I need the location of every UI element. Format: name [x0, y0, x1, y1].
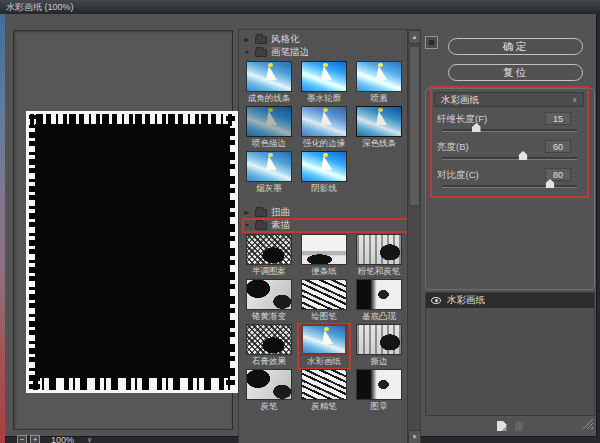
filter-thumbnail-label: 喷溅 — [371, 93, 388, 105]
preview-ink-block — [35, 124, 230, 378]
category-distort[interactable]: ▶扭曲 — [243, 206, 407, 219]
slider-list: 纤维长度(F)15亮度(B)60对比度(C)80 — [434, 113, 592, 197]
filter-list-panel: ▶风格化▼画笔描边成角的线条墨水轮廓喷溅喷色描边强化的边缘深色线条烟灰墨阴影线▶… — [238, 29, 421, 443]
filter-item-深色线条[interactable]: 深色线条 — [353, 106, 405, 151]
category-label: 风格化 — [271, 33, 300, 46]
expand-arrow-icon[interactable]: ▶ — [243, 206, 251, 219]
slider-value-box[interactable]: 80 — [545, 168, 571, 181]
filter-item-绘图笔[interactable]: 绘图笔 — [298, 279, 350, 324]
reset-button[interactable]: 复位 — [448, 64, 583, 81]
window-title: 水彩画纸 (100%) — [0, 0, 600, 14]
filter-thumbnail[interactable] — [301, 369, 347, 400]
filter-thumbnail[interactable] — [301, 279, 347, 310]
filter-thumbnail[interactable] — [301, 234, 347, 265]
filter-category-list: ▶风格化▼画笔描边成角的线条墨水轮廓喷溅喷色描边强化的边缘深色线条烟灰墨阴影线▶… — [239, 30, 407, 443]
filter-item-石膏效果[interactable]: 石膏效果 — [243, 324, 295, 369]
filter-item-半调图案[interactable]: 半调图案 — [243, 234, 295, 279]
chevron-down-icon: ∨ — [572, 93, 577, 106]
zoom-dropdown-chevron-icon[interactable]: ∨ — [87, 436, 92, 443]
filter-thumbnail[interactable] — [356, 369, 402, 400]
new-effect-layer-icon[interactable] — [497, 421, 507, 431]
filter-thumbnail-label: 成角的线条 — [248, 93, 291, 105]
filter-thumbnail[interactable] — [246, 324, 292, 355]
category-label: 画笔描边 — [271, 46, 309, 59]
scroll-up-icon[interactable]: ▲ — [408, 30, 421, 44]
zoom-level-value[interactable]: 100% — [51, 435, 74, 443]
slider-value-box[interactable]: 60 — [545, 140, 571, 153]
filter-thumbnail[interactable] — [356, 106, 402, 137]
filter-item-墨水轮廓[interactable]: 墨水轮廓 — [298, 61, 350, 106]
slider-fiber-length: 纤维长度(F)15 — [434, 113, 592, 141]
filter-thumbnail-label: 绘图笔 — [311, 311, 337, 323]
collapse-panel-button[interactable] — [425, 36, 438, 49]
category-sketch[interactable]: ▼素描 — [243, 219, 407, 232]
expand-arrow-icon[interactable]: ▶ — [243, 33, 251, 46]
filter-thumbnail[interactable] — [356, 279, 402, 310]
category-stylize[interactable]: ▶风格化 — [243, 33, 407, 46]
filter-thumbnail-label: 炭精笔 — [311, 401, 337, 413]
filter-item-阴影线[interactable]: 阴影线 — [298, 151, 350, 196]
collapse-arrow-icon[interactable]: ▼ — [243, 46, 251, 59]
filter-item-便条纸[interactable]: 便条纸 — [298, 234, 350, 279]
filter-preview-area[interactable] — [13, 30, 233, 430]
effect-layer-row[interactable]: 水彩画纸 — [426, 293, 594, 308]
filter-thumbnail-label: 撕边 — [371, 356, 388, 368]
zoom-in-button[interactable]: + — [30, 435, 40, 443]
delete-effect-layer-icon[interactable] — [515, 421, 524, 431]
filter-thumbnail-label: 铬黄渐变 — [252, 311, 286, 323]
filter-item-粉笔和炭笔[interactable]: 粉笔和炭笔 — [353, 234, 405, 279]
category-label: 素描 — [271, 219, 290, 232]
filter-thumbnail[interactable] — [301, 151, 347, 182]
filter-item-成角的线条[interactable]: 成角的线条 — [243, 61, 295, 106]
folder-icon — [255, 49, 267, 57]
filter-item-基底凸现[interactable]: 基底凸现 — [353, 279, 405, 324]
filter-thumbnail[interactable] — [301, 106, 347, 137]
slider-handle[interactable] — [519, 151, 528, 160]
filter-thumbnail-label: 石膏效果 — [252, 356, 286, 368]
slider-value-box[interactable]: 15 — [545, 112, 571, 125]
filter-item-图章[interactable]: 图章 — [353, 369, 405, 414]
filter-thumbnail-label: 喷色描边 — [252, 138, 286, 150]
filter-thumbnail-label: 半调图案 — [252, 266, 286, 278]
slider-brightness: 亮度(B)60 — [434, 141, 592, 169]
filter-thumbnail[interactable] — [246, 106, 292, 137]
filter-thumbnail[interactable] — [301, 61, 347, 92]
filter-thumbnail[interactable] — [301, 324, 347, 355]
filter-item-喷色描边[interactable]: 喷色描边 — [243, 106, 295, 151]
filter-item-烟灰墨[interactable]: 烟灰墨 — [243, 151, 295, 196]
filter-item-喷溅[interactable]: 喷溅 — [353, 61, 405, 106]
filter-thumbnail[interactable] — [246, 279, 292, 310]
scroll-down-icon[interactable]: ▼ — [408, 430, 421, 443]
filter-grid-sketch: 半调图案便条纸粉笔和炭笔铬黄渐变绘图笔基底凸现石膏效果水彩画纸撕边炭笔炭精笔图章 — [243, 234, 407, 414]
filter-thumbnail[interactable] — [246, 234, 292, 265]
slider-track[interactable] — [442, 157, 577, 160]
filter-item-炭精笔[interactable]: 炭精笔 — [298, 369, 350, 414]
visibility-eye-icon[interactable] — [431, 297, 441, 304]
filter-item-强化的边缘[interactable]: 强化的边缘 — [298, 106, 350, 151]
slider-track[interactable] — [442, 129, 577, 132]
filter-thumbnail[interactable] — [356, 61, 402, 92]
collapse-arrow-icon[interactable]: ▼ — [243, 219, 251, 232]
filter-list-scrollbar[interactable]: ▲ ▼ — [407, 30, 420, 443]
filter-thumbnail[interactable] — [246, 151, 292, 182]
filter-thumbnail-label: 墨水轮廓 — [307, 93, 341, 105]
filter-item-撕边[interactable]: 撕边 — [353, 324, 405, 369]
collapse-panel-icon — [429, 40, 434, 45]
scrollbar-thumb[interactable] — [409, 46, 420, 206]
filter-select-dropdown[interactable]: 水彩画纸 ∨ — [434, 92, 584, 107]
effect-layer-actions — [422, 421, 598, 431]
filter-thumbnail[interactable] — [246, 369, 292, 400]
filter-thumbnail[interactable] — [246, 61, 292, 92]
filter-item-水彩画纸[interactable]: 水彩画纸 — [298, 324, 350, 369]
zoom-out-button[interactable]: − — [17, 435, 27, 443]
ok-button[interactable]: 确定 — [448, 38, 583, 55]
filter-item-铬黄渐变[interactable]: 铬黄渐变 — [243, 279, 295, 324]
filter-thumbnail[interactable] — [356, 324, 402, 355]
filter-select-value: 水彩画纸 — [441, 93, 479, 106]
filter-item-炭笔[interactable]: 炭笔 — [243, 369, 295, 414]
filter-thumbnail[interactable] — [356, 234, 402, 265]
slider-track[interactable] — [442, 185, 577, 188]
filter-thumbnail-label: 基底凸现 — [362, 311, 396, 323]
category-brush-strokes[interactable]: ▼画笔描边 — [243, 46, 407, 59]
filter-options-panel: 确定 复位 水彩画纸 ∨ 纤维长度(F)15亮度(B)60对比度(C)80 水彩… — [422, 29, 600, 443]
